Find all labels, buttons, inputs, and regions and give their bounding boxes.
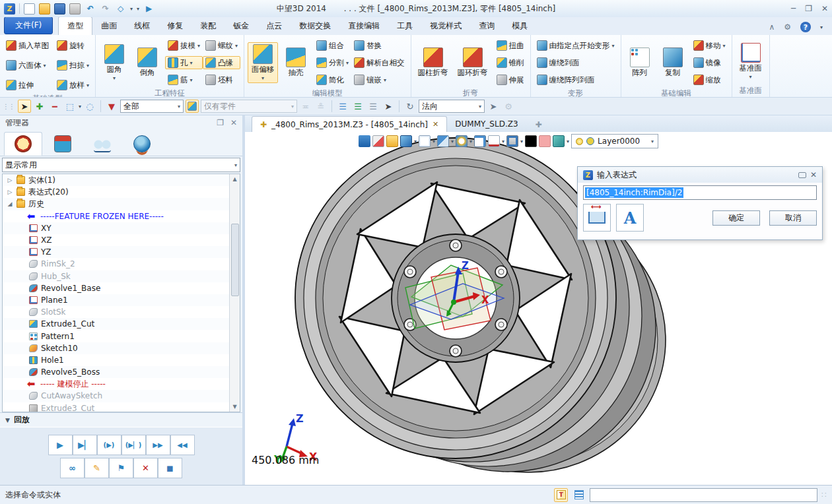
comment-icon[interactable] [798,172,806,178]
tree-filter-select[interactable]: 显示常用 ▾ [2,158,240,172]
assembly-manager-tab[interactable] [44,132,82,156]
resolve-selfintersect-button[interactable]: 解析自相交 [351,56,407,69]
tree-item-revolve1[interactable]: Revolve1_Base [3,282,240,294]
render-settings-icon[interactable] [506,135,518,147]
demote-button[interactable]: ⚑ [109,458,133,478]
twist-button[interactable]: 扭曲 [494,39,527,52]
tree-item-yz-plane[interactable]: YZ [3,246,240,258]
tree-item-sketch10[interactable]: Sketch10 [3,342,240,354]
taper-button[interactable]: 锥削 [494,56,527,69]
resize-grip[interactable]: ⸬ [821,491,827,499]
chevron-down-icon[interactable]: ▾ [190,60,193,66]
cancel-button[interactable]: 取消 [769,210,817,226]
lasso-select-icon[interactable]: ◌ [83,100,96,113]
chevron-down-icon[interactable]: ▾ [113,75,116,81]
reorient-icon[interactable]: ↻ [403,100,417,113]
mirror-button[interactable]: 镜像 [691,56,728,69]
new-tab-button[interactable]: ✚ [526,120,551,132]
run-icon[interactable]: ▶ [143,3,155,15]
tab-wireframe[interactable]: 线框 [125,17,158,35]
face-offset-button[interactable]: 面偏移▾ [248,42,278,83]
tree-item-revolve5[interactable]: Revolve5_Boss [3,366,240,378]
chevron-down-icon[interactable]: ▾ [820,24,823,30]
filter-scope-select[interactable]: 全部 ▾ [120,100,184,113]
pick-list-colored-icon[interactable]: ☰ [351,100,364,113]
tree-item-expressions[interactable]: ▷表达式(20) [3,186,240,198]
orientation-select[interactable]: 法向 ▾ [419,100,485,113]
tree-item-xz-plane[interactable]: XZ [3,234,240,246]
new-file-icon[interactable] [24,3,35,15]
rewind-button[interactable]: ◀◀ [170,435,195,455]
stop-button[interactable]: ◼ [158,458,182,478]
tree-item-solids[interactable]: ▷实体(1) [3,174,240,186]
tab-mold[interactable]: 模具 [503,17,536,35]
shell-button[interactable]: 抽壳 [281,46,311,80]
chamfer-button[interactable]: 倒角 [132,46,162,80]
scroll-down-icon[interactable]: ▼ [232,402,236,412]
gear-icon[interactable]: ⚙ [784,22,791,32]
minimize-button[interactable]: ─ [791,4,796,13]
chevron-down-icon[interactable]: ▾ [502,139,504,144]
part-filter-icon[interactable] [186,100,199,113]
list-tool-icon[interactable]: ≖ [299,100,312,113]
tree-item-hubsk[interactable]: Hub_Sk [3,270,240,282]
visual-manager-tab[interactable] [123,132,161,156]
collapse-ribbon-icon[interactable]: ∧ [769,22,775,32]
settings-cursor-icon[interactable]: ⚙ [502,100,515,113]
revolve-button[interactable]: 旋转 [54,39,92,52]
chevron-down-icon[interactable]: ▾ [137,6,139,12]
close-tab-icon[interactable]: ✕ [433,120,438,129]
cursor-icon[interactable]: ➤ [382,100,395,113]
panel-restore-icon[interactable]: ❐ [217,118,224,127]
simplify-button[interactable]: 简化 [314,73,351,86]
chevron-down-icon[interactable]: ▾ [87,63,89,69]
tab-surface[interactable]: 曲面 [92,17,125,35]
save-icon[interactable] [54,3,65,15]
command-input[interactable] [590,488,817,502]
tree-item-extrude3[interactable]: Extrude3_Cut [3,402,240,412]
undo-icon[interactable]: ↶ [85,3,96,15]
pick-list-icon[interactable]: ☰ [336,100,349,113]
chevron-down-icon[interactable]: ▾ [384,77,386,83]
selection-mode-icon[interactable]: ◇ [115,3,126,15]
file-menu-button[interactable]: 文件(F) [4,16,53,34]
scroll-thumb[interactable] [231,224,239,296]
window-select-icon[interactable]: ⬚ [63,100,77,113]
torus-bend-button[interactable]: 圆环折弯 [454,46,491,80]
background-color-swatch[interactable] [525,135,537,147]
combine-button[interactable]: 组合 [314,39,351,52]
dialog-close-icon[interactable]: ✕ [810,170,817,179]
hole-button[interactable]: 孔▾ [165,56,203,69]
chevron-down-icon[interactable]: ▾ [79,104,81,110]
tab-direct-edit[interactable]: 直接编辑 [339,17,388,35]
chevron-down-icon[interactable]: ▾ [451,139,454,144]
wireframe-mode-icon[interactable] [419,135,431,147]
step-play-button[interactable]: (▶) [97,435,121,455]
maximize-button[interactable]: ❐ [805,4,812,13]
tab-visual-style[interactable]: 视觉样式 [421,17,470,35]
help-icon[interactable]: ? [800,22,811,32]
tab-tools[interactable]: 工具 [388,17,421,35]
tree-item-hole1[interactable]: Hole1 [3,354,240,366]
ok-button[interactable]: 确定 [712,210,760,226]
doc-tab-dummy[interactable]: DUMMY_SLD.Z3 [447,116,526,132]
stock-button[interactable]: 坯料 [203,73,240,86]
copy-button[interactable]: 复制 [658,46,688,80]
tree-item-slotsk[interactable]: SlotSk [3,306,240,318]
pick-list-gray-icon[interactable]: ☰ [366,100,380,113]
expression-input[interactable]: [4805_14inch:RimDia]/2 [583,185,817,200]
filter-icon[interactable]: ▼ [105,100,118,113]
view-plane-icon[interactable] [437,135,449,147]
morph-from-point-button[interactable]: 由指定点开始变形▾ [534,39,617,52]
prompt-lines-icon[interactable] [572,488,586,502]
layer-visible-icon[interactable] [576,138,583,145]
toolbox-toggle-icon[interactable]: T [554,488,568,502]
insert-sketch-button[interactable]: 插入草图 [3,39,52,52]
pick-cursor-icon[interactable]: ➤ [18,100,31,113]
visibility-manager-tab[interactable] [83,132,121,156]
tree-item-history[interactable]: ◢历史 [3,198,240,210]
draft-button[interactable]: 拔模▾ [165,39,203,52]
tree-item-stop-marker[interactable]: ⬅----- 建模停止 ----- [3,378,240,390]
chevron-down-icon[interactable]: ▾ [130,6,133,12]
chevron-down-icon[interactable]: ▾ [612,43,615,49]
